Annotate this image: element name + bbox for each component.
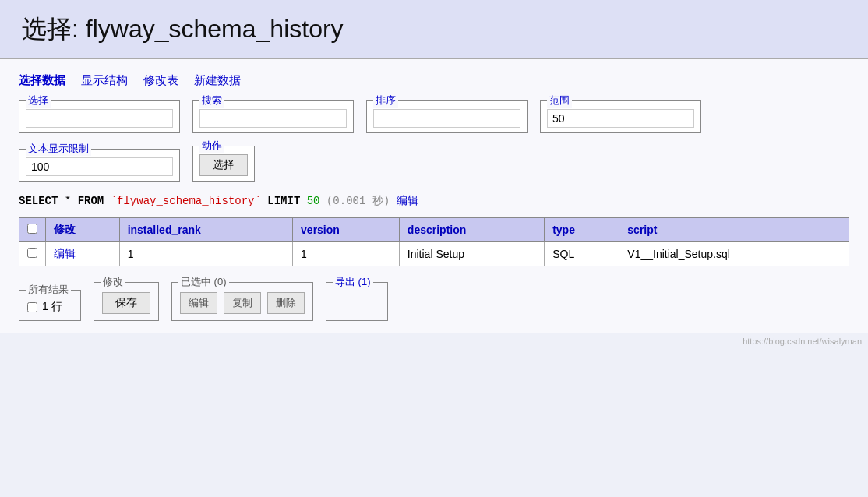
search-label: 搜索 [199,93,224,108]
all-results-group: 所有结果 1 行 [19,290,81,321]
col-version[interactable]: version [293,218,400,242]
all-results-checkbox[interactable] [27,302,37,312]
export-group: 导出 (1) [326,282,388,321]
select-input[interactable] [26,109,173,128]
search-group: 搜索 [192,100,354,133]
page-title: 选择: flyway_schema_history [22,12,846,47]
bottom-row: 所有结果 1 行 修改 保存 已选中 (0) 编辑 复制 删除 [19,282,849,321]
save-button[interactable]: 保存 [102,292,150,314]
limit-label: 文本显示限制 [26,142,91,156]
range-label: 范围 [547,93,572,108]
sql-from: FROM [78,195,104,207]
tab-select-data[interactable]: 选择数据 [19,72,65,90]
sql-time: (0.001 秒) [326,195,390,207]
col-installed-rank[interactable]: installed_rank [119,218,292,242]
modify-group: 修改 保存 [94,282,159,321]
table-row: 编辑 1 1 Initial Setup SQL V1__Initial_Set… [19,242,849,266]
selected-content: 编辑 复制 删除 [180,292,305,314]
row-edit-cell[interactable]: 编辑 [46,242,120,266]
range-group: 范围 50 [540,100,701,133]
table-header-row: 修改 installed_rank version description ty… [19,218,849,242]
row-count: 1 行 [42,300,62,314]
controls-row: 选择 搜索 排序 范围 50 文本显示限制 100 动作 选择 [19,100,849,182]
sort-input[interactable] [373,109,520,128]
sql-select: SELECT [19,195,58,207]
col-checkbox[interactable] [19,218,46,242]
row-checkbox[interactable] [27,248,37,258]
sql-table: `flyway_schema_history` [111,195,261,207]
select-label: 选择 [26,93,51,108]
page-header: 选择: flyway_schema_history [0,0,868,59]
delete-button[interactable]: 删除 [267,292,305,314]
export-content [334,292,379,314]
export-label: 导出 (1) [333,275,373,289]
row-installed-rank: 1 [119,242,292,266]
selected-group: 已选中 (0) 编辑 复制 删除 [171,282,313,321]
col-type[interactable]: type [545,218,619,242]
sql-limit-kw: LIMIT [267,195,300,207]
tabs-row: 选择数据 显示结构 修改表 新建数据 [19,72,849,90]
selected-label: 已选中 (0) [178,275,229,289]
action-label: 动作 [199,139,224,153]
select-all-checkbox[interactable] [27,224,37,234]
sql-star: * [65,195,78,207]
sql-edit-link[interactable]: 编辑 [397,195,418,207]
tab-new-data[interactable]: 新建数据 [194,72,241,90]
page-wrapper: 选择: flyway_schema_history 选择数据 显示结构 修改表 … [0,0,868,497]
action-group: 动作 选择 [192,146,255,182]
tab-modify-table[interactable]: 修改表 [143,72,178,90]
action-select-button[interactable]: 选择 [199,154,248,176]
watermark: https://blog.csdn.net/wisalyman [0,333,868,349]
sort-label: 排序 [373,93,398,108]
modify-content: 保存 [102,292,150,314]
modify-label: 修改 [101,275,125,289]
row-script: V1__Initial_Setup.sql [619,242,849,266]
search-input[interactable] [199,109,347,128]
edit-selected-button[interactable]: 编辑 [180,292,217,314]
select-group: 选择 [19,100,180,133]
row-info: 1 行 [27,300,72,314]
row-version: 1 [293,242,400,266]
all-results-label: 所有结果 [26,283,71,297]
row-checkbox-cell[interactable] [19,242,46,266]
sql-limit-num: 50 [307,195,320,207]
col-description[interactable]: description [399,218,544,242]
main-content: 选择数据 显示结构 修改表 新建数据 选择 搜索 排序 范围 50 [0,59,868,333]
copy-button[interactable]: 复制 [224,292,261,314]
col-script[interactable]: script [619,218,849,242]
sort-group: 排序 [366,100,528,133]
col-modify: 修改 [46,218,120,242]
limit-group: 文本显示限制 100 [19,149,180,182]
limit-input[interactable]: 100 [26,157,173,176]
data-table: 修改 installed_rank version description ty… [19,217,849,266]
range-input[interactable]: 50 [547,109,694,128]
row-description: Initial Setup [399,242,544,266]
tab-show-structure[interactable]: 显示结构 [81,72,128,90]
row-edit-link[interactable]: 编辑 [54,247,76,259]
sql-row: SELECT * FROM `flyway_schema_history` LI… [19,194,849,208]
row-type: SQL [545,242,619,266]
